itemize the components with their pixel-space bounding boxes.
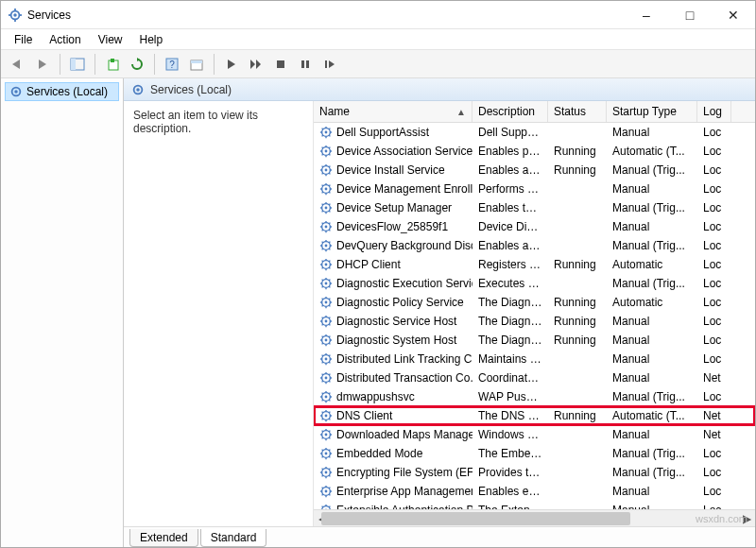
service-row[interactable]: dmwappushsvcWAP Push ...Manual (Trig...L… [314, 387, 755, 406]
console-tree-pane: Services (Local) [1, 78, 124, 547]
gear-icon [319, 428, 333, 441]
tab-standard[interactable]: Standard [200, 529, 267, 547]
svg-line-45 [329, 154, 330, 155]
maximize-button[interactable]: □ [668, 1, 712, 29]
svg-line-106 [322, 267, 323, 268]
back-button[interactable] [7, 53, 29, 76]
service-row[interactable]: DHCP ClientRegisters an...RunningAutomat… [314, 255, 755, 274]
menu-view[interactable]: View [91, 31, 130, 48]
cell-logon-as: Loc [697, 315, 731, 328]
svg-point-29 [325, 131, 328, 134]
menu-help[interactable]: Help [132, 31, 171, 48]
tab-extended[interactable]: Extended [129, 529, 198, 547]
gear-icon [319, 371, 333, 385]
start-service-button[interactable] [220, 53, 243, 76]
show-hide-tree-button[interactable] [66, 53, 89, 76]
svg-line-186 [322, 419, 323, 420]
help-button[interactable]: ? [161, 53, 183, 76]
svg-point-169 [325, 396, 328, 399]
service-row[interactable]: Diagnostic Service HostThe Diagno...Runn… [314, 312, 755, 331]
service-row[interactable]: Diagnostic Execution ServiceExecutes dia… [314, 274, 755, 293]
close-button[interactable]: ✕ [712, 1, 755, 29]
cell-status: Running [548, 145, 607, 158]
service-row[interactable]: Extensible Authentication P...The Extens… [314, 501, 755, 509]
cell-startup-type: Manual [607, 485, 697, 498]
service-row[interactable]: Distributed Link Tracking Cl...Maintains… [314, 350, 755, 368]
service-row[interactable]: Device Association ServiceEnables pair..… [314, 142, 755, 161]
service-row[interactable]: DNS ClientThe DNS Cli...RunningAutomatic… [314, 406, 755, 425]
cell-name: Diagnostic Policy Service [314, 296, 472, 309]
service-name: dmwappushsvc [336, 390, 415, 403]
cell-status: Running [548, 163, 607, 177]
pause-service-button[interactable] [294, 53, 317, 76]
service-row[interactable]: Diagnostic System HostThe Diagno...Runni… [314, 331, 755, 350]
cell-name: Diagnostic Execution Service [314, 277, 472, 290]
svg-rect-15 [191, 60, 202, 63]
svg-line-226 [322, 494, 323, 495]
svg-point-39 [325, 150, 328, 153]
resume-service-button[interactable] [318, 53, 341, 76]
gear-icon [319, 390, 333, 403]
svg-line-67 [329, 185, 330, 186]
gear-icon [319, 315, 333, 328]
tree-node-label: Services (Local) [26, 85, 108, 98]
svg-line-116 [322, 286, 323, 287]
stop-service-button[interactable] [269, 53, 292, 76]
service-row[interactable]: Device Management Enroll...Performs D...… [314, 180, 755, 198]
horizontal-scrollbar[interactable]: ◀ ▶ [314, 509, 755, 526]
service-row[interactable]: Embedded ModeThe Embed...Manual (Trig...… [314, 444, 755, 463]
tree-node-services-local[interactable]: Services (Local) [5, 82, 119, 101]
gear-icon [319, 334, 333, 347]
cell-description: The Diagno... [472, 315, 548, 328]
svg-line-124 [322, 299, 323, 300]
svg-line-216 [322, 475, 323, 476]
cell-status: Running [548, 315, 607, 328]
service-row[interactable]: DevQuery Background Disc...Enables app..… [314, 236, 755, 255]
svg-line-237 [329, 506, 330, 507]
export-button[interactable] [101, 53, 124, 76]
svg-line-166 [322, 381, 323, 382]
cell-description: The Diagno... [472, 296, 548, 309]
restart-service-button[interactable] [245, 53, 267, 76]
minimize-button[interactable]: – [625, 1, 668, 29]
service-row[interactable]: Enterprise App Managemen...Enables ent..… [314, 482, 755, 501]
column-status[interactable]: Status [548, 101, 607, 122]
scroll-thumb[interactable] [321, 512, 630, 525]
svg-marker-17 [250, 60, 255, 69]
svg-line-44 [322, 147, 323, 148]
properties-button[interactable] [185, 53, 208, 76]
svg-line-206 [322, 456, 323, 457]
service-row[interactable]: Device Setup ManagerEnables the ...Manua… [314, 198, 755, 217]
column-description[interactable]: Description [472, 101, 548, 122]
column-logon-as[interactable]: Log [697, 101, 731, 122]
service-row[interactable]: Diagnostic Policy ServiceThe Diagno...Ru… [314, 293, 755, 312]
cell-description: WAP Push ... [472, 390, 548, 403]
cell-description: Performs D... [472, 182, 548, 196]
svg-line-214 [322, 469, 323, 470]
svg-point-149 [325, 358, 328, 361]
cell-name: Enterprise App Managemen... [314, 485, 472, 498]
forward-button[interactable] [31, 53, 54, 76]
svg-line-175 [329, 400, 330, 401]
cell-startup-type: Manual (Trig... [607, 201, 697, 214]
cell-logon-as: Loc [697, 182, 731, 196]
service-row[interactable]: Downloaded Maps ManagerWindows se...Manu… [314, 425, 755, 444]
refresh-button[interactable] [126, 53, 148, 76]
service-row[interactable]: Device Install ServiceEnables a c...Runn… [314, 161, 755, 180]
svg-line-227 [329, 488, 330, 488]
cell-logon-as: Loc [697, 258, 731, 271]
service-row[interactable]: DevicesFlow_25859f1Device Disc...ManualL… [314, 217, 755, 236]
menu-file[interactable]: File [7, 31, 40, 48]
svg-point-59 [325, 188, 328, 191]
column-startup-type[interactable]: Startup Type [607, 101, 697, 122]
column-name[interactable]: Name▲ [314, 101, 472, 122]
service-row[interactable]: Encrypting File System (EFS)Provides th.… [314, 463, 755, 482]
service-row[interactable]: Distributed Transaction Co...Coordinates… [314, 368, 755, 387]
svg-line-207 [329, 450, 330, 451]
svg-line-64 [322, 185, 323, 186]
svg-line-114 [322, 280, 323, 281]
svg-point-109 [325, 283, 328, 285]
menu-action[interactable]: Action [42, 31, 88, 48]
svg-line-174 [322, 393, 323, 394]
service-row[interactable]: Dell SupportAssistDell Suppor...ManualLo… [314, 123, 755, 142]
